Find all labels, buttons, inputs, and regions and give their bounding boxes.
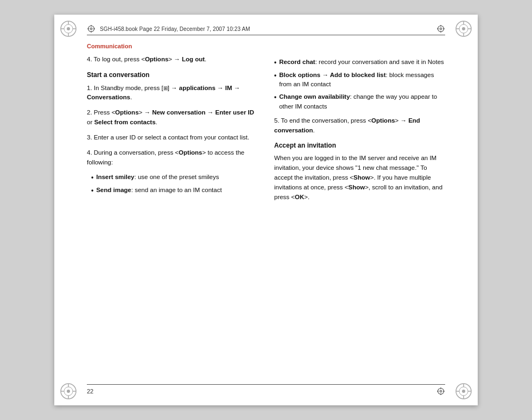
left-column: 4. To log out, press <Options> → Log out…	[87, 55, 258, 378]
corner-decoration-tl	[59, 19, 78, 39]
step-1: 1. In Standby mode, press [⊞] → applicat…	[87, 84, 258, 103]
sub-item-change-availability: • Change own availability: change the wa…	[274, 92, 445, 112]
sub-item-record-chat: • Record chat: record your conversation …	[274, 58, 445, 68]
start-conversation-heading: Start a conversation	[87, 70, 258, 80]
header-left: SGH-i458.book Page 22 Friday, December 7…	[87, 24, 250, 33]
step-4-conversation: 4. During a conversation, press <Options…	[87, 148, 258, 168]
right-column: • Record chat: record your conversation …	[274, 55, 445, 378]
two-column-layout: 4. To log out, press <Options> → Log out…	[87, 55, 445, 378]
svg-point-37	[440, 28, 441, 29]
svg-point-2	[67, 27, 70, 30]
svg-point-16	[67, 390, 70, 393]
content-area: Communication 4. To log out, press <Opti…	[87, 43, 445, 378]
corner-decoration-bl	[59, 381, 78, 401]
accept-invitation-body: When you are logged in to the IM server …	[274, 154, 445, 202]
page: SGH-i458.book Page 22 Friday, December 7…	[54, 15, 478, 405]
step-2: 2. Press <Options> → New conversation → …	[87, 108, 258, 128]
sub-item-block-options: • Block options → Add to blocked list: b…	[274, 71, 445, 90]
page-number: 22	[87, 388, 93, 394]
sub-list-left: • Insert smiley: use one of the preset s…	[91, 173, 258, 195]
step-4-logout: 4. To log out, press <Options> → Log out…	[87, 55, 258, 65]
step-num: 4. To log out, press <Options> → Log out…	[87, 56, 206, 62]
header-text: SGH-i458.book Page 22 Friday, December 7…	[100, 26, 250, 32]
header-bar: SGH-i458.book Page 22 Friday, December 7…	[87, 24, 445, 35]
corner-decoration-tr	[454, 19, 473, 39]
svg-point-44	[440, 391, 441, 392]
section-title: Communication	[87, 43, 445, 49]
crosshair-icon	[87, 24, 96, 33]
sub-item-insert-smiley: • Insert smiley: use one of the preset s…	[91, 173, 258, 183]
footer: 22	[87, 384, 445, 396]
sub-item-send-image: • Send image: send an image to an IM con…	[91, 186, 258, 196]
corner-decoration-br	[454, 381, 473, 401]
svg-point-30	[91, 28, 92, 29]
crosshair-icon-right	[436, 24, 445, 33]
svg-point-23	[462, 390, 465, 393]
sub-list-right: • Record chat: record your conversation …	[274, 58, 445, 112]
svg-point-9	[462, 27, 465, 30]
footer-crosshair-icon	[436, 387, 445, 396]
step-5: 5. To end the conversation, press <Optio…	[274, 116, 445, 136]
accept-invitation-heading: Accept an invitation	[274, 141, 445, 151]
step-3: 3. Enter a user ID or select a contact f…	[87, 133, 258, 143]
